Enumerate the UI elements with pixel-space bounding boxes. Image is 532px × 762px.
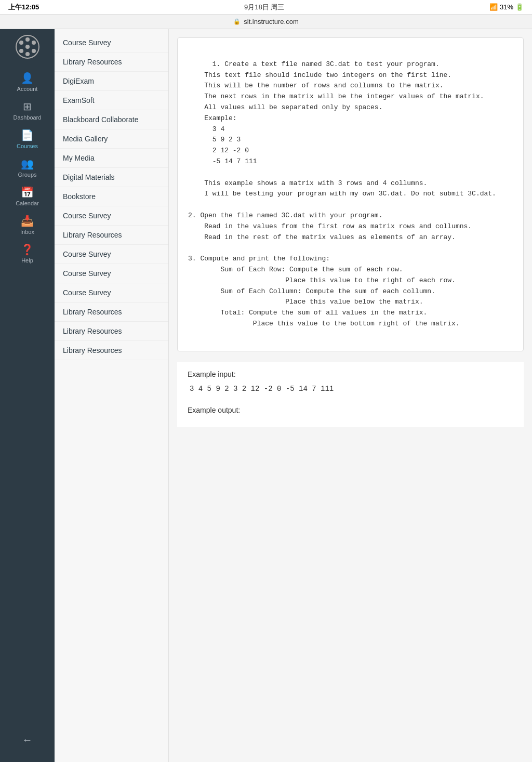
sidebar: 👤 Account ⊞ Dashboard 📄 Courses 👥 Groups…: [0, 29, 55, 762]
nav-list: Course SurveyLibrary ResourcesDigiExamEx…: [55, 29, 169, 762]
sidebar-label-courses: Courses: [17, 143, 38, 149]
sidebar-item-account[interactable]: 👤 Account: [11, 68, 44, 96]
nav-item-6[interactable]: My Media: [55, 149, 168, 168]
status-time: 上午12:05: [8, 3, 39, 12]
app-layout: 👤 Account ⊞ Dashboard 📄 Courses 👥 Groups…: [0, 29, 532, 762]
main-text: 1. Create a text file named 3C.dat to te…: [188, 60, 496, 327]
sidebar-item-help[interactable]: ❓ Help: [11, 239, 44, 268]
main-content-box: 1. Create a text file named 3C.dat to te…: [177, 37, 524, 351]
sidebar-item-groups[interactable]: 👥 Groups: [11, 153, 44, 182]
lock-icon: 🔒: [233, 18, 241, 25]
sidebar-label-dashboard: Dashboard: [14, 114, 42, 121]
svg-point-1: [25, 45, 30, 49]
nav-item-8[interactable]: Bookstore: [55, 187, 168, 206]
account-icon: 👤: [21, 72, 34, 84]
svg-point-7: [25, 52, 30, 56]
url-text: sit.instructure.com: [244, 18, 298, 25]
sidebar-collapse-button[interactable]: ←: [0, 730, 55, 752]
app-logo: [15, 34, 40, 61]
example-input-code: 3 4 5 9 2 3 2 12 -2 0 -5 14 7 111: [188, 383, 513, 396]
status-bar: 上午12:05 9月18日 周三 📶 31% 🔋: [0, 0, 532, 15]
sidebar-items: 👤 Account ⊞ Dashboard 📄 Courses 👥 Groups…: [11, 68, 44, 268]
nav-item-11[interactable]: Course Survey: [55, 245, 168, 264]
content-area: 1. Create a text file named 3C.dat to te…: [169, 29, 532, 762]
nav-item-5[interactable]: Media Gallery: [55, 129, 168, 149]
sidebar-label-help: Help: [21, 257, 33, 264]
inbox-icon: 📥: [21, 215, 34, 227]
url-bar: 🔒 sit.instructure.com: [0, 15, 532, 29]
sidebar-item-calendar[interactable]: 📅 Calendar: [11, 182, 44, 211]
nav-item-10[interactable]: Library Resources: [55, 226, 168, 245]
sidebar-label-account: Account: [17, 86, 38, 92]
wifi-icon: 📶: [489, 3, 498, 11]
nav-item-1[interactable]: Library Resources: [55, 52, 168, 72]
sidebar-item-dashboard[interactable]: ⊞ Dashboard: [11, 96, 44, 125]
nav-item-4[interactable]: Blackboard Collaborate: [55, 110, 168, 129]
svg-point-2: [19, 41, 23, 45]
sidebar-label-inbox: Inbox: [20, 229, 34, 235]
battery-level: 31%: [500, 3, 513, 11]
example-input-label: Example input:: [188, 370, 513, 378]
status-right: 📶 31% 🔋: [489, 3, 524, 11]
nav-item-13[interactable]: Course Survey: [55, 283, 168, 303]
nav-item-12[interactable]: Course Survey: [55, 264, 168, 283]
calendar-icon: 📅: [21, 186, 34, 199]
nav-item-2[interactable]: DigiExam: [55, 72, 168, 91]
sidebar-bottom: ←: [0, 730, 55, 762]
battery-icon: 🔋: [515, 3, 524, 11]
dashboard-icon: ⊞: [23, 100, 32, 113]
collapse-icon: ←: [22, 734, 33, 746]
sidebar-item-courses[interactable]: 📄 Courses: [11, 125, 44, 153]
svg-point-6: [25, 37, 30, 42]
courses-icon: 📄: [21, 129, 34, 141]
nav-item-14[interactable]: Library Resources: [55, 303, 168, 322]
sidebar-label-calendar: Calendar: [16, 200, 39, 206]
sidebar-item-inbox[interactable]: 📥 Inbox: [11, 211, 44, 239]
example-output-label: Example output:: [188, 406, 513, 414]
groups-icon: 👥: [21, 157, 34, 170]
nav-item-3[interactable]: ExamSoft: [55, 91, 168, 110]
nav-item-15[interactable]: Library Resources: [55, 322, 168, 341]
help-icon: ❓: [21, 243, 34, 256]
nav-item-7[interactable]: Digital Materials: [55, 168, 168, 187]
nav-item-0[interactable]: Course Survey: [55, 33, 168, 52]
svg-point-5: [32, 49, 36, 53]
svg-point-3: [32, 41, 36, 45]
example-section: Example input: 3 4 5 9 2 3 2 12 -2 0 -5 …: [177, 362, 524, 427]
status-date: 9月18日 周三: [244, 3, 284, 12]
svg-point-4: [19, 49, 23, 53]
nav-item-16[interactable]: Library Resources: [55, 341, 168, 360]
nav-list-items: Course SurveyLibrary ResourcesDigiExamEx…: [55, 33, 168, 360]
nav-item-9[interactable]: Course Survey: [55, 206, 168, 226]
sidebar-label-groups: Groups: [18, 172, 36, 178]
